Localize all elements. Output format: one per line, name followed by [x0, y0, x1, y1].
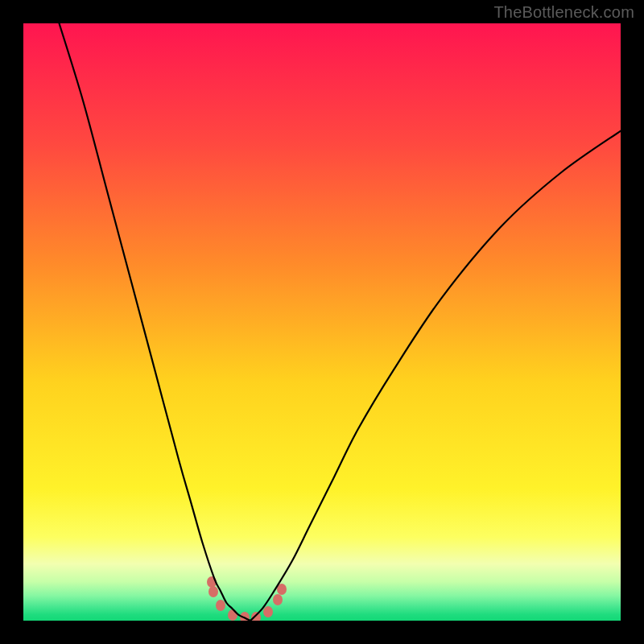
curve-layer — [23, 23, 621, 621]
left-curve — [60, 23, 250, 621]
chart-area — [23, 23, 621, 621]
right-curve — [250, 131, 621, 621]
attribution-text: TheBottleneck.com — [493, 3, 634, 22]
